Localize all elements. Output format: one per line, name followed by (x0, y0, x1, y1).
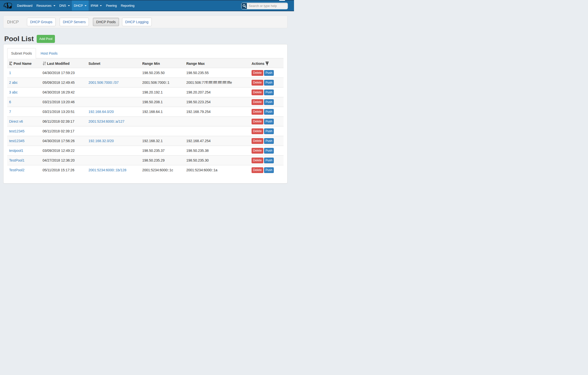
svg-text:A: A (11, 61, 12, 63)
svg-text:Z: Z (11, 64, 12, 65)
